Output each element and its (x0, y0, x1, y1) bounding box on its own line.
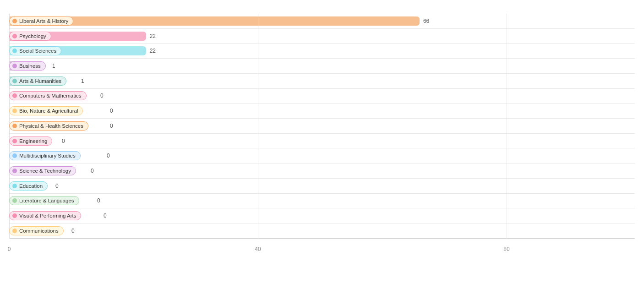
bar-label: Psychology (9, 29, 51, 44)
bar-value: 0 (110, 123, 113, 129)
bars-section: Liberal Arts & History66Psychology22Soci… (9, 14, 635, 239)
bar-label: Engineering (9, 134, 52, 148)
bar-value: 0 (91, 168, 94, 174)
bar-row: Social Sciences22 (9, 44, 635, 59)
bar-row: Bio, Nature & Agricultural0 (9, 104, 635, 119)
bar-label-text: Social Sciences (19, 48, 56, 54)
bar-value: 0 (55, 183, 59, 189)
bar-row: Physical & Health Sciences0 (9, 119, 635, 134)
bar-row: Visual & Performing Arts0 (9, 208, 635, 224)
grid-line (507, 14, 507, 239)
bar-label-text: Business (19, 63, 41, 69)
bar-row: Computers & Mathematics0 (9, 89, 635, 104)
bar-label: Physical & Health Sciences (9, 119, 88, 133)
chart-container: Liberal Arts & History66Psychology22Soci… (0, 0, 644, 289)
grid-line (258, 14, 258, 239)
bar-value: 22 (150, 33, 156, 39)
chart-area: Liberal Arts & History66Psychology22Soci… (9, 14, 635, 252)
bar-value: 0 (100, 93, 104, 99)
bar-label: Visual & Performing Arts (9, 208, 81, 223)
bar-label: Arts & Humanities (9, 74, 66, 88)
bar-label: Social Sciences (9, 44, 61, 58)
bar-value: 0 (62, 138, 65, 144)
bar-label: Computers & Mathematics (9, 89, 87, 104)
bar-label-text: Multidisciplinary Studies (19, 153, 76, 158)
bar-label-text: Science & Technology (19, 168, 71, 174)
bar-label-text: Physical & Health Sciences (19, 123, 83, 129)
bar-value: 66 (423, 18, 429, 24)
bar-row: Communications0 (9, 224, 635, 239)
bar-row: Literature & Languages0 (9, 194, 635, 209)
bar-label: Multidisciplinary Studies (9, 148, 81, 163)
bar-value: 1 (81, 78, 84, 84)
bar-value: 0 (107, 153, 110, 159)
bar-row: Arts & Humanities1 (9, 74, 635, 89)
bar-label-text: Bio, Nature & Agricultural (19, 108, 78, 114)
bar-label: Science & Technology (9, 164, 76, 178)
bar-value: 0 (104, 213, 107, 219)
bar-label: Liberal Arts & History (9, 14, 73, 28)
grid-label: 40 (255, 246, 261, 252)
bar-value: 0 (97, 197, 100, 204)
bar-row: Engineering0 (9, 134, 635, 149)
bar-label-text: Communications (19, 228, 59, 234)
bar-row: Science & Technology0 (9, 164, 635, 179)
bar-label: Literature & Languages (9, 194, 79, 208)
bar-label-text: Engineering (19, 138, 47, 144)
bar-label: Communications (9, 224, 64, 239)
bar-row: Multidisciplinary Studies0 (9, 148, 635, 164)
bar-value: 0 (110, 108, 113, 114)
grid-label: 80 (503, 246, 509, 252)
axis-line (9, 238, 635, 239)
bar-label: Bio, Nature & Agricultural (9, 104, 83, 118)
bar-label: Business (9, 59, 46, 73)
bar-label-text: Liberal Arts & History (19, 18, 68, 24)
bar-label-text: Visual & Performing Arts (19, 213, 76, 218)
bar-value: 0 (71, 228, 75, 234)
bar-row: Education0 (9, 179, 635, 194)
bar-label-text: Psychology (19, 33, 46, 39)
bar-label-text: Literature & Languages (19, 198, 74, 203)
grid-label: 0 (8, 246, 11, 252)
bar-label: Education (9, 179, 48, 193)
bar-value: 22 (150, 48, 156, 54)
bar-label-text: Computers & Mathematics (19, 93, 82, 98)
bar-label-text: Arts & Humanities (19, 78, 61, 84)
bar-label-text: Education (19, 183, 43, 189)
bar-row: Psychology22 (9, 29, 635, 44)
bar-value: 1 (52, 63, 55, 69)
bar-row: Liberal Arts & History66 (9, 14, 635, 29)
bar-row: Business1 (9, 59, 635, 74)
